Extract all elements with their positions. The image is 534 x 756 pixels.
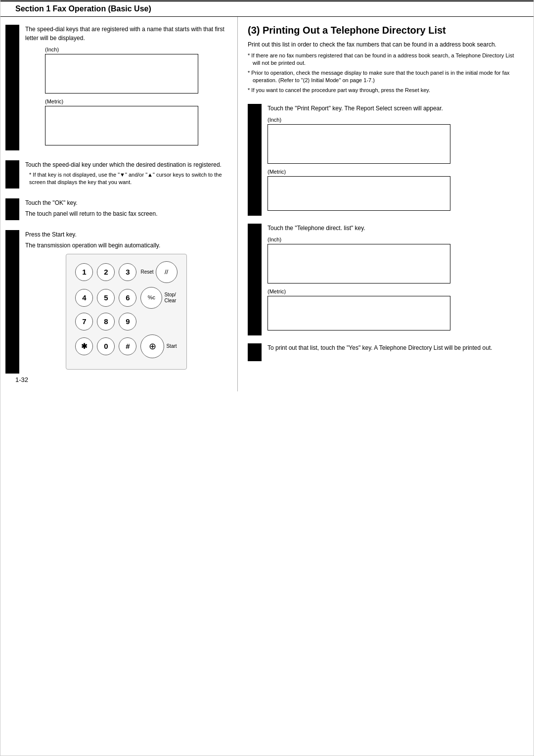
step-1-metric-label: (Metric) xyxy=(45,98,227,104)
key-8[interactable]: 8 xyxy=(97,313,115,331)
key-2[interactable]: 2 xyxy=(97,263,115,281)
key-9[interactable]: 9 xyxy=(119,313,136,331)
step-marker-1 xyxy=(5,25,19,150)
step-marker-2 xyxy=(5,160,19,189)
keypad: 1 2 3 Reset // 4 5 xyxy=(66,254,186,370)
step-1-inch-label: (Inch) xyxy=(45,47,227,52)
step-1-content: The speed-dial keys that are registered … xyxy=(25,25,227,150)
right-step-1-inch-screen xyxy=(267,124,450,164)
right-step-2-metric-screen xyxy=(267,296,450,331)
start-label: Start xyxy=(166,343,177,349)
right-bullet-2: * Prior to operation, check the message … xyxy=(248,69,520,85)
start-group: ⊕ Start xyxy=(140,334,177,358)
right-step-2-inch-screen xyxy=(267,244,450,284)
keypad-row-1: 1 2 3 Reset // xyxy=(75,261,177,283)
stop-clear-key[interactable]: %c xyxy=(140,287,162,309)
keypad-row-3: 7 8 9 xyxy=(75,313,177,331)
right-step-3-desc: To print out that list, touch the "Yes" … xyxy=(267,343,520,352)
stop-clear-label: Stop/Clear xyxy=(164,292,176,304)
key-hash[interactable]: # xyxy=(119,337,136,355)
right-step-1-metric-screen xyxy=(267,176,450,211)
step-3-line1: Touch the "OK" key. xyxy=(25,198,227,207)
right-step-marker-3 xyxy=(248,343,262,361)
page: Section 1 Fax Operation (Basic Use) The … xyxy=(0,0,534,756)
left-step-3: Touch the "OK" key. The touch panel will… xyxy=(5,198,227,220)
reset-label: Reset xyxy=(140,269,153,275)
right-bullet-3: * If you want to cancel the procedure pa… xyxy=(248,87,520,94)
right-step-1: Touch the "Print Report" key. The Report… xyxy=(248,104,520,216)
right-intro: Print out this list in order to check th… xyxy=(248,40,520,49)
keypad-row-4: ✱ 0 # ⊕ Start xyxy=(75,334,177,358)
step-4-line1: Press the Start key. xyxy=(25,230,227,239)
key-6[interactable]: 6 xyxy=(119,289,136,307)
right-step-3: To print out that list, touch the "Yes" … xyxy=(248,343,520,361)
step-marker-4 xyxy=(5,230,19,374)
key-1[interactable]: 1 xyxy=(75,263,93,281)
section-header: Section 1 Fax Operation (Basic Use) xyxy=(0,0,534,17)
right-step-2-screens: (Inch) (Metric) xyxy=(267,236,520,331)
right-step-1-screens: (Inch) (Metric) xyxy=(267,117,520,211)
step-3-content: Touch the "OK" key. The touch panel will… xyxy=(25,198,227,220)
key-7[interactable]: 7 xyxy=(75,313,93,331)
key-5[interactable]: 5 xyxy=(97,289,115,307)
page-number: 1-32 xyxy=(15,376,28,383)
right-step-2: Touch the "Telephone direct. list" key. … xyxy=(248,224,520,335)
key-3[interactable]: 3 xyxy=(119,263,136,281)
key-0[interactable]: 0 xyxy=(97,337,115,355)
right-step-2-content: Touch the "Telephone direct. list" key. … xyxy=(267,224,520,335)
step-2-content: Touch the speed-dial key under which the… xyxy=(25,160,227,189)
stop-clear-group: %c Stop/Clear xyxy=(140,287,176,309)
left-step-2: Touch the speed-dial key under which the… xyxy=(5,160,227,189)
keypad-area: 1 2 3 Reset // 4 5 xyxy=(25,254,227,370)
step-1-description: The speed-dial keys that are registered … xyxy=(25,25,227,43)
right-step-1-metric-label: (Metric) xyxy=(267,169,520,175)
step-4-line2: The transmission operation will begin au… xyxy=(25,241,227,250)
key-4[interactable]: 4 xyxy=(75,289,93,307)
section-title: Section 1 Fax Operation (Basic Use) xyxy=(15,4,151,13)
right-step-1-inch-label: (Inch) xyxy=(267,117,520,123)
content-area: The speed-dial keys that are registered … xyxy=(0,17,534,391)
right-bullet-1: * If there are no fax numbers registered… xyxy=(248,52,520,67)
step-1-metric-screen xyxy=(45,106,198,145)
right-step-1-desc: Touch the "Print Report" key. The Report… xyxy=(267,104,520,113)
right-step-1-content: Touch the "Print Report" key. The Report… xyxy=(267,104,520,216)
right-column: (3) Printing Out a Telephone Directory L… xyxy=(238,17,530,391)
left-step-1: The speed-dial keys that are registered … xyxy=(5,25,227,150)
reset-group: Reset // xyxy=(140,261,177,283)
right-step-marker-2 xyxy=(248,224,262,335)
left-step-4: Press the Start key. The transmission op… xyxy=(5,230,227,374)
step-1-inch-screen xyxy=(45,54,198,94)
step-4-content: Press the Start key. The transmission op… xyxy=(25,230,227,374)
keypad-row-2: 4 5 6 %c Stop/Clear xyxy=(75,287,177,309)
right-step-3-content: To print out that list, touch the "Yes" … xyxy=(267,343,520,354)
left-column: The speed-dial keys that are registered … xyxy=(0,17,238,391)
start-key[interactable]: ⊕ xyxy=(140,334,164,358)
right-step-2-desc: Touch the "Telephone direct. list" key. xyxy=(267,224,520,233)
step-marker-3 xyxy=(5,198,19,220)
right-step-2-metric-label: (Metric) xyxy=(267,288,520,294)
step-2-description: Touch the speed-dial key under which the… xyxy=(25,160,227,169)
right-step-marker-1 xyxy=(248,104,262,216)
step-1-screens: (Inch) (Metric) xyxy=(45,47,227,145)
step-2-note: * If that key is not displayed, use the … xyxy=(29,171,227,187)
reset-key[interactable]: // xyxy=(156,261,178,283)
step-3-line2: The touch panel will return to the basic… xyxy=(25,209,227,218)
right-step-2-inch-label: (Inch) xyxy=(267,236,520,242)
key-star[interactable]: ✱ xyxy=(75,337,93,355)
right-section-title: (3) Printing Out a Telephone Directory L… xyxy=(248,25,520,36)
